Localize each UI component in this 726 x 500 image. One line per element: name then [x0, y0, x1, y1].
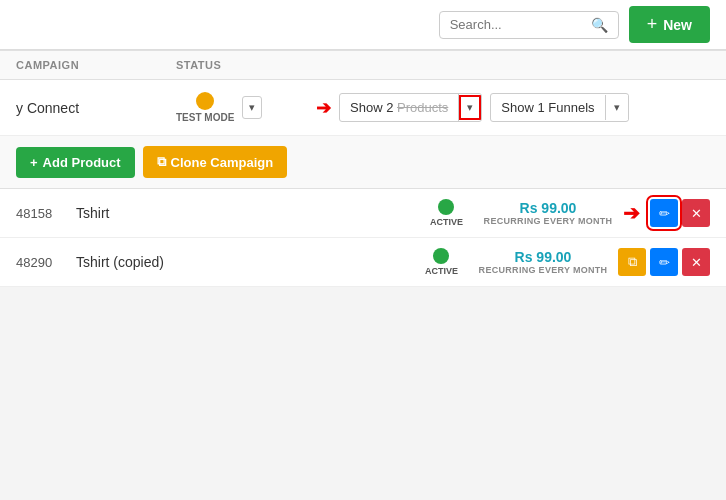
- product-id: 48158: [16, 206, 66, 221]
- price-value: Rs 99.00: [478, 249, 608, 265]
- delete-button[interactable]: ✕: [682, 199, 710, 227]
- column-campaign: CAMPAIGN: [16, 59, 176, 71]
- clone-icon: ⧉: [157, 154, 166, 170]
- column-status: STATUS: [176, 59, 316, 71]
- price-recurring: RECURRING EVERY MONTH: [478, 265, 608, 275]
- search-input[interactable]: [450, 17, 591, 32]
- edit-button[interactable]: ✏: [650, 248, 678, 276]
- search-icon: 🔍: [591, 17, 608, 33]
- annotation-arrow-1: ➔: [316, 97, 331, 119]
- product-table: 48158 Tshirt ACTIVE Rs 99.00 RECURRING E…: [0, 189, 726, 287]
- price-info: Rs 99.00 RECURRING EVERY MONTH: [483, 200, 613, 226]
- active-dot: [438, 199, 454, 215]
- chevron-down-icon: ▾: [249, 101, 255, 113]
- action-bar: + Add Product ⧉ Clone Campaign: [0, 136, 726, 189]
- plus-icon-add: +: [30, 155, 38, 170]
- campaign-row: y Connect TEST MODE ▾ ➔ Show 2 Products …: [0, 80, 726, 136]
- product-id: 48290: [16, 255, 66, 270]
- table-row: 48290 Tshirt (copied) ACTIVE Rs 99.00 RE…: [0, 238, 726, 287]
- active-label: ACTIVE: [425, 266, 458, 276]
- chevron-down-icon-funnels: ▾: [614, 101, 620, 113]
- pencil-icon: ✏: [659, 255, 670, 270]
- campaign-status-column: TEST MODE ▾: [176, 92, 316, 123]
- pencil-icon: ✏: [659, 206, 670, 221]
- new-button[interactable]: + New: [629, 6, 710, 43]
- annotation-arrow-2: ➔: [623, 201, 640, 225]
- products-strikethrough: Products: [397, 100, 448, 115]
- add-product-button[interactable]: + Add Product: [16, 147, 135, 178]
- table-header: CAMPAIGN STATUS: [0, 50, 726, 80]
- plus-icon: +: [647, 14, 658, 35]
- copy-button[interactable]: ⧉: [618, 248, 646, 276]
- chevron-down-icon-products: ▾: [467, 101, 473, 113]
- show-funnels-label: Show 1 Funnels: [491, 94, 604, 121]
- status-badge: TEST MODE: [176, 92, 234, 123]
- row-actions: ⧉ ✏ ✕: [618, 248, 710, 276]
- table-row: 48158 Tshirt ACTIVE Rs 99.00 RECURRING E…: [0, 189, 726, 238]
- active-label: ACTIVE: [430, 217, 463, 227]
- delete-button[interactable]: ✕: [682, 248, 710, 276]
- product-name: Tshirt: [76, 205, 420, 221]
- close-icon: ✕: [691, 206, 702, 221]
- show-products-label: Show 2 Products: [340, 94, 459, 121]
- clone-campaign-button[interactable]: ⧉ Clone Campaign: [143, 146, 288, 178]
- search-box[interactable]: 🔍: [439, 11, 619, 39]
- copy-icon: ⧉: [628, 254, 637, 270]
- clone-campaign-label: Clone Campaign: [171, 155, 274, 170]
- price-value: Rs 99.00: [483, 200, 613, 216]
- edit-button[interactable]: ✏: [650, 199, 678, 227]
- price-recurring: RECURRING EVERY MONTH: [483, 216, 613, 226]
- new-button-label: New: [663, 17, 692, 33]
- status-dropdown-button[interactable]: ▾: [242, 96, 262, 119]
- price-info: Rs 99.00 RECURRING EVERY MONTH: [478, 249, 608, 275]
- right-controls: ➔ Show 2 Products ▾ Show 1 Funnels ▾: [316, 93, 710, 122]
- active-badge: ACTIVE: [430, 199, 463, 227]
- funnels-dropdown-arrow[interactable]: ▾: [605, 95, 628, 120]
- add-product-label: Add Product: [43, 155, 121, 170]
- close-icon: ✕: [691, 255, 702, 270]
- products-dropdown-arrow[interactable]: ▾: [459, 95, 481, 120]
- product-name: Tshirt (copied): [76, 254, 415, 270]
- status-label: TEST MODE: [176, 112, 234, 123]
- show-funnels-dropdown[interactable]: Show 1 Funnels ▾: [490, 93, 628, 122]
- show-products-dropdown[interactable]: Show 2 Products ▾: [339, 93, 482, 122]
- header: 🔍 + New: [0, 0, 726, 50]
- main-content: CAMPAIGN STATUS y Connect TEST MODE ▾ ➔ …: [0, 50, 726, 287]
- campaign-name: y Connect: [16, 100, 176, 116]
- active-badge: ACTIVE: [425, 248, 458, 276]
- row-actions: ✏ ✕: [650, 199, 710, 227]
- status-dot-orange: [196, 92, 214, 110]
- active-dot: [433, 248, 449, 264]
